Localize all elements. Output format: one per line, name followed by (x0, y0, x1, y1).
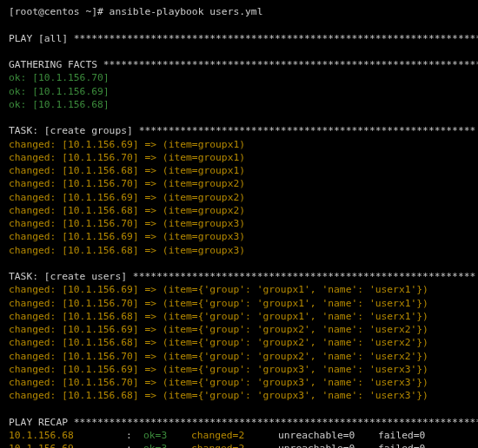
task-user-line: changed: [10.1.156.68] => (item={'group'… (9, 389, 469, 402)
task-group-line: changed: [10.1.156.69] => (item=groupx2) (9, 191, 469, 204)
recap-row: 10.1.156.68:ok=3changed=2unreachable=0fa… (9, 429, 469, 442)
recap-changed: changed=2 (191, 442, 278, 448)
blank (9, 111, 469, 124)
task-user-line: changed: [10.1.156.70] => (item={'group'… (9, 297, 469, 310)
recap-sep: : (126, 442, 143, 448)
blank (9, 45, 469, 58)
recap-unreachable: unreachable=0 (278, 429, 378, 442)
gathering-line: ok: [10.1.156.69] (9, 85, 469, 98)
task-groups-output: changed: [10.1.156.69] => (item=groupx1)… (9, 138, 469, 257)
blank (9, 18, 469, 31)
gathering-line: ok: [10.1.156.70] (9, 71, 469, 84)
gathering-header: GATHERING FACTS ************************… (9, 58, 469, 71)
task-group-line: changed: [10.1.156.68] => (item=groupx1) (9, 164, 469, 177)
task-group-line: changed: [10.1.156.69] => (item=groupx1) (9, 138, 469, 151)
recap-changed: changed=2 (191, 429, 278, 442)
task-user-line: changed: [10.1.156.69] => (item={'group'… (9, 363, 469, 376)
play-recap-output: 10.1.156.68:ok=3changed=2unreachable=0fa… (9, 429, 469, 448)
recap-ok: ok=3 (143, 442, 191, 448)
recap-host: 10.1.156.69 (9, 442, 126, 448)
gathering-facts-output: ok: [10.1.156.70]ok: [10.1.156.69]ok: [1… (9, 71, 469, 111)
recap-sep: : (126, 429, 143, 442)
task-user-line: changed: [10.1.156.70] => (item={'group'… (9, 376, 469, 389)
task-group-line: changed: [10.1.156.68] => (item=groupx3) (9, 244, 469, 257)
recap-host: 10.1.156.68 (9, 429, 126, 442)
task-user-line: changed: [10.1.156.68] => (item={'group'… (9, 310, 469, 323)
shell-prompt: [root@centos ~]# ansible-playbook users.… (9, 5, 469, 18)
recap-header: PLAY RECAP *****************************… (9, 416, 469, 429)
task-group-line: changed: [10.1.156.70] => (item=groupx2) (9, 177, 469, 190)
recap-failed: failed=0 (378, 442, 448, 448)
task-user-line: changed: [10.1.156.69] => (item={'group'… (9, 283, 469, 296)
task-user-line: changed: [10.1.156.69] => (item={'group'… (9, 323, 469, 336)
task-group-line: changed: [10.1.156.69] => (item=groupx3) (9, 230, 469, 243)
task-group-line: changed: [10.1.156.70] => (item=groupx1) (9, 151, 469, 164)
task-groups-header: TASK: [create groups] ******************… (9, 124, 469, 137)
task-group-line: changed: [10.1.156.68] => (item=groupx2) (9, 204, 469, 217)
recap-unreachable: unreachable=0 (278, 442, 378, 448)
task-users-header: TASK: [create users] *******************… (9, 270, 469, 283)
recap-failed: failed=0 (378, 429, 448, 442)
task-users-output: changed: [10.1.156.69] => (item={'group'… (9, 283, 469, 402)
recap-ok: ok=3 (143, 429, 191, 442)
gathering-line: ok: [10.1.156.68] (9, 98, 469, 111)
task-group-line: changed: [10.1.156.70] => (item=groupx3) (9, 217, 469, 230)
play-header: PLAY [all] *****************************… (9, 32, 469, 45)
blank (9, 403, 469, 416)
recap-row: 10.1.156.69:ok=3changed=2unreachable=0fa… (9, 442, 469, 448)
blank (9, 257, 469, 270)
task-user-line: changed: [10.1.156.68] => (item={'group'… (9, 336, 469, 349)
task-user-line: changed: [10.1.156.70] => (item={'group'… (9, 350, 469, 363)
